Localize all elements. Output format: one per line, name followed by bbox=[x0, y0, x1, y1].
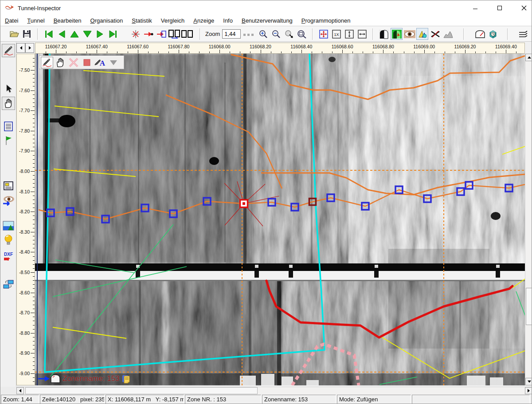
zoom-window-button[interactable] bbox=[296, 28, 308, 40]
layers-dropdown-button[interactable] bbox=[530, 28, 532, 40]
y-ruler-label: -8.60 bbox=[19, 290, 30, 295]
x-ruler-label: 116069.00 bbox=[413, 44, 435, 49]
y-ruler-label: -7.70 bbox=[19, 108, 30, 113]
menu-item-bearbeiten[interactable]: Bearbeiten bbox=[49, 16, 86, 25]
zoom-input[interactable] bbox=[222, 29, 241, 39]
menu-item-vergleich[interactable]: Vergleich bbox=[156, 16, 189, 25]
status-segment-6 bbox=[412, 395, 530, 404]
vertical-scroll-thumb[interactable] bbox=[526, 288, 532, 325]
title-bar: Tunnel-Inspector bbox=[0, 0, 532, 16]
menu-item-statistik[interactable]: Statistik bbox=[127, 16, 156, 25]
minimize-button[interactable] bbox=[465, 0, 485, 15]
zone-name-overlay: Zonenname: 153 bbox=[38, 374, 131, 384]
nav-up-button[interactable] bbox=[68, 28, 80, 40]
horizontal-scrollbar[interactable] bbox=[16, 387, 532, 394]
draw-pen-button[interactable] bbox=[2, 44, 15, 57]
nav-first-button[interactable] bbox=[43, 28, 55, 40]
y-ruler-label: -8.20 bbox=[19, 209, 30, 214]
svg-text:A: A bbox=[100, 59, 106, 67]
open-button[interactable] bbox=[8, 28, 20, 40]
window-title: Tunnel-Inspector bbox=[18, 5, 61, 12]
fit-width-button[interactable] bbox=[356, 28, 368, 40]
horizontal-scroll-thumb[interactable] bbox=[25, 387, 258, 394]
scroll-down-button[interactable] bbox=[525, 378, 532, 385]
status-bar: Zoom: 1,44Zeile:140120 pixel: 2357X: 116… bbox=[0, 394, 532, 404]
eye-pan-button[interactable] bbox=[2, 194, 15, 208]
scroll-right-button[interactable] bbox=[525, 387, 532, 394]
gauge-button[interactable] bbox=[474, 28, 486, 40]
x-ruler-label: 116068.20 bbox=[250, 44, 271, 49]
dxf-export-button[interactable]: DXF bbox=[2, 250, 15, 263]
x-ruler-label: 116067.20 bbox=[45, 44, 67, 49]
zoom-in-button[interactable] bbox=[257, 28, 269, 40]
vertical-ruler: -7.50-7.60-7.70-7.80-7.90-8.00-8.10-8.20… bbox=[16, 54, 35, 385]
x-ruler-label: 116069.20 bbox=[454, 44, 476, 49]
scroll-right-small-button[interactable] bbox=[25, 43, 34, 53]
y-ruler-label: -7.50 bbox=[19, 67, 30, 73]
lines-off-button[interactable] bbox=[429, 28, 441, 40]
menu-item-benutzerverwaltung[interactable]: Benutzerverwaltung bbox=[237, 16, 297, 25]
menu-item-info[interactable]: Info bbox=[219, 16, 237, 25]
menu-item-programmoptionen[interactable]: Programmoptionen bbox=[297, 16, 355, 25]
scroll-up-button[interactable] bbox=[525, 54, 532, 61]
menu-item-datei[interactable]: Datei bbox=[0, 16, 23, 25]
x-ruler-label: 116067.80 bbox=[168, 44, 189, 49]
scroll-left-small-button[interactable] bbox=[16, 43, 25, 53]
edit-pen-button[interactable] bbox=[41, 57, 53, 68]
notes-icon[interactable] bbox=[121, 374, 131, 384]
nav-next-button[interactable] bbox=[94, 28, 106, 40]
y-ruler-label: -7.80 bbox=[19, 128, 30, 133]
fit-height-button[interactable] bbox=[343, 28, 355, 40]
insert-point-button[interactable] bbox=[155, 28, 167, 40]
vertical-scrollbar[interactable] bbox=[525, 54, 532, 385]
nav-last-button[interactable] bbox=[107, 28, 119, 40]
move-point-button[interactable] bbox=[142, 28, 154, 40]
maximize-button[interactable] bbox=[489, 0, 510, 15]
scroll-left-button[interactable] bbox=[16, 387, 24, 394]
pages-linked-button[interactable] bbox=[168, 28, 180, 40]
delete-point-button[interactable] bbox=[129, 28, 141, 40]
zoom-1x-button[interactable]: 1X bbox=[330, 28, 342, 40]
menu-item-organisation[interactable]: Organisation bbox=[86, 16, 128, 25]
edit-pan-button[interactable] bbox=[54, 57, 66, 68]
swap-windows-button[interactable] bbox=[2, 278, 15, 291]
chart-3d-button[interactable] bbox=[416, 28, 428, 40]
histogram-button[interactable] bbox=[442, 28, 454, 40]
label-pen-button[interactable]: A bbox=[94, 57, 106, 68]
dxf-label: DXF bbox=[4, 252, 13, 257]
cube-clock-button[interactable] bbox=[487, 28, 499, 40]
center-view-button[interactable] bbox=[317, 28, 329, 40]
tunnel-bw-view-button[interactable] bbox=[378, 28, 390, 40]
layers-button[interactable] bbox=[517, 28, 529, 40]
pages-button[interactable] bbox=[181, 28, 193, 40]
edit-dropdown-button[interactable] bbox=[107, 57, 120, 68]
pan-hand-button[interactable] bbox=[2, 97, 15, 110]
x-ruler-label: 116068.60 bbox=[332, 44, 353, 49]
zoom-out-button[interactable] bbox=[270, 28, 282, 40]
main-toolbar: Zoom 1X bbox=[0, 27, 532, 42]
close-button[interactable] bbox=[514, 0, 532, 15]
app-icon bbox=[4, 4, 14, 12]
report-button[interactable] bbox=[2, 179, 15, 192]
menu-item-tunnel[interactable]: Tunnel bbox=[23, 16, 49, 25]
tunnel-color-view-button[interactable] bbox=[391, 28, 403, 40]
tunnel-image-canvas[interactable]: A Zonenname: 153 bbox=[35, 54, 525, 385]
nav-down-button[interactable] bbox=[81, 28, 93, 40]
y-ruler-label: -8.50 bbox=[19, 270, 30, 275]
zone-arrow-icon bbox=[38, 375, 50, 382]
delete-zone-button[interactable] bbox=[67, 57, 80, 68]
flag-button[interactable] bbox=[2, 134, 15, 147]
select-cursor-button[interactable] bbox=[2, 82, 15, 96]
zoom-drag-button[interactable] bbox=[283, 28, 295, 40]
save-button[interactable] bbox=[21, 28, 33, 40]
eye-view-button[interactable] bbox=[403, 28, 415, 40]
zone-color-button[interactable] bbox=[81, 57, 93, 68]
x-ruler-label: 116068.40 bbox=[290, 44, 312, 49]
status-segment-4: Zonenname: 153 bbox=[262, 395, 336, 404]
lightbulb-button[interactable] bbox=[2, 233, 15, 247]
nav-prev-button[interactable] bbox=[55, 28, 67, 40]
image-button[interactable] bbox=[2, 219, 15, 232]
menu-item-anzeige[interactable]: Anzeige bbox=[189, 16, 219, 25]
y-ruler-label: -8.70 bbox=[19, 310, 30, 315]
document-list-button[interactable] bbox=[2, 120, 15, 133]
